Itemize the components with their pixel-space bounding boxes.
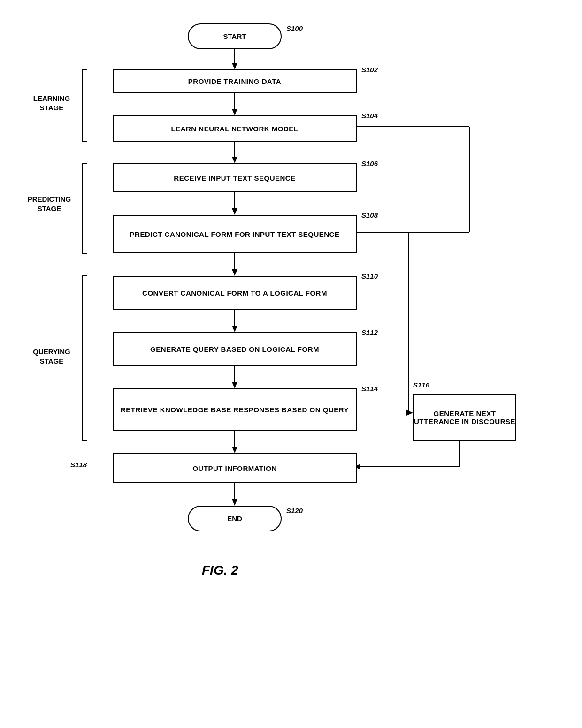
ref-s114: S114: [361, 385, 378, 393]
step-s114: RETRIEVE KNOWLEDGE BASE RESPONSES BASED …: [113, 388, 357, 431]
ref-s120: S120: [286, 507, 303, 515]
svg-marker-15: [232, 447, 237, 453]
svg-marker-17: [232, 499, 237, 506]
svg-marker-13: [232, 382, 237, 388]
step-s110: CONVERT CANONICAL FORM TO A LOGICAL FORM: [113, 276, 357, 310]
predicting-stage-label: PREDICTING STAGE: [19, 195, 80, 213]
figure-caption: FIG. 2: [202, 563, 238, 578]
svg-marker-7: [232, 208, 237, 215]
ref-s108: S108: [361, 211, 378, 219]
svg-marker-11: [232, 326, 237, 332]
ref-s112: S112: [361, 328, 378, 336]
svg-marker-20: [406, 410, 413, 416]
ref-s104: S104: [361, 112, 378, 120]
step-s118: OUTPUT INFORMATION: [113, 453, 357, 483]
ref-s110: S110: [361, 272, 378, 280]
ref-s100: S100: [286, 24, 303, 32]
step-s106: RECEIVE INPUT TEXT SEQUENCE: [113, 163, 357, 192]
ref-s118: S118: [70, 461, 87, 469]
start-oval: START: [188, 23, 282, 49]
ref-s116: S116: [413, 381, 429, 389]
learning-stage-label: LEARNING STAGE: [23, 94, 80, 112]
step-s116: GENERATE NEXT UTTERANCE IN DISCOURSE: [413, 394, 516, 441]
step-s104: LEARN NEURAL NETWORK MODEL: [113, 115, 357, 142]
ref-s106: S106: [361, 159, 378, 167]
step-s112: GENERATE QUERY BASED ON LOGICAL FORM: [113, 332, 357, 366]
svg-marker-5: [232, 157, 237, 163]
querying-stage-label: QUERYING STAGE: [23, 347, 80, 365]
svg-marker-9: [232, 269, 237, 276]
step-s108: PREDICT CANONICAL FORM FOR INPUT TEXT SE…: [113, 215, 357, 253]
svg-marker-3: [232, 109, 237, 115]
diagram-container: START S100 PROVIDE TRAINING DATA S102 LE…: [0, 0, 582, 728]
step-s102: PROVIDE TRAINING DATA: [113, 69, 357, 93]
ref-s102: S102: [361, 66, 378, 74]
svg-marker-1: [232, 63, 237, 69]
end-oval: END: [188, 506, 282, 531]
